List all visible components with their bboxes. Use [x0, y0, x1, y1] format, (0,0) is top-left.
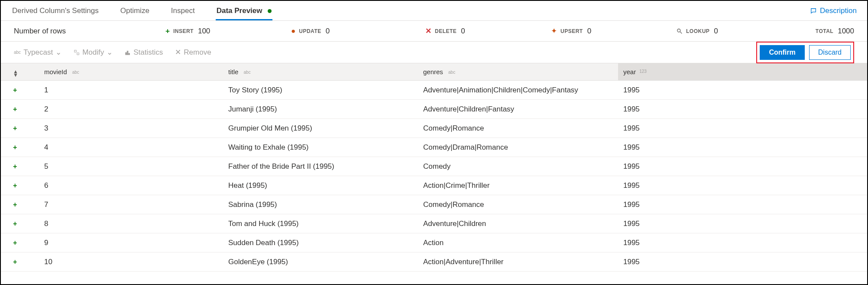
cell-title: Heat (1995) — [228, 181, 423, 190]
svg-rect-4 — [126, 52, 127, 55]
cell-year: 1995 — [618, 176, 867, 195]
stat-lookup-label: LOOKUP — [686, 28, 709, 34]
remove-button[interactable]: ✕ Remove — [175, 48, 211, 57]
row-insert-icon: + — [1, 124, 27, 132]
cell-genres: Comedy|Romance — [423, 200, 618, 209]
cell-genres: Comedy — [423, 162, 618, 171]
modify-button[interactable]: Modify ⌄ — [74, 48, 113, 57]
cell-movieid: 7 — [27, 200, 228, 209]
tab-settings[interactable]: Derived Column's Settings — [11, 2, 100, 20]
cell-title: Grumpier Old Men (1995) — [228, 124, 423, 133]
col-title-label: title — [228, 68, 238, 75]
col-title-type: abc — [244, 70, 251, 75]
svg-rect-2 — [74, 50, 76, 52]
table-row[interactable]: +7Sabrina (1995)Comedy|Romance1995 — [1, 195, 867, 214]
stat-total-value: 1000 — [838, 27, 854, 36]
stat-update-label: UPDATE — [299, 28, 321, 34]
stat-upsert: ✦ UPSERT 0 — [551, 26, 677, 36]
cell-title: Toy Story (1995) — [228, 86, 423, 95]
stat-lookup-value: 0 — [714, 27, 718, 36]
col-genres-label: genres — [423, 68, 443, 75]
stat-insert: + INSERT 100 — [165, 27, 291, 36]
chart-icon — [125, 49, 131, 56]
table-row[interactable]: +2Jumanji (1995)Adventure|Children|Fanta… — [1, 100, 867, 119]
table-row[interactable]: +4Waiting to Exhale (1995)Comedy|Drama|R… — [1, 138, 867, 157]
stat-total: TOTAL 1000 — [816, 27, 854, 36]
stat-total-label: TOTAL — [816, 28, 833, 34]
description-link[interactable]: Description — [810, 7, 857, 15]
search-icon — [677, 28, 683, 34]
cell-movieid: 1 — [27, 86, 228, 95]
col-genres-type: abc — [448, 70, 455, 75]
cell-movieid: 10 — [27, 258, 228, 266]
cell-genres: Action — [423, 239, 618, 247]
status-dot-icon — [268, 9, 272, 13]
table-row[interactable]: +1Toy Story (1995)Adventure|Animation|Ch… — [1, 81, 867, 100]
row-insert-icon: + — [1, 182, 27, 190]
sort-column[interactable]: ▲▼ — [1, 67, 27, 77]
dot-icon: ● — [291, 27, 295, 36]
chevron-down-icon: ⌄ — [55, 48, 62, 57]
cell-year: 1995 — [618, 252, 867, 271]
tab-optimize[interactable]: Optimize — [120, 2, 150, 20]
table-row[interactable]: +3Grumpier Old Men (1995)Comedy|Romance1… — [1, 119, 867, 138]
cell-year: 1995 — [618, 214, 867, 233]
table-row[interactable]: +5Father of the Bride Part II (1995)Come… — [1, 157, 867, 176]
stat-insert-label: INSERT — [173, 28, 194, 34]
cell-title: Tom and Huck (1995) — [228, 219, 423, 228]
cell-title: Waiting to Exhale (1995) — [228, 143, 423, 152]
svg-rect-6 — [129, 53, 130, 55]
typecast-label: Typecast — [23, 48, 53, 57]
statistics-label: Statistics — [133, 48, 163, 57]
cell-genres: Action|Adventure|Thriller — [423, 258, 618, 266]
stat-upsert-value: 0 — [587, 27, 591, 36]
stat-upsert-label: UPSERT — [560, 28, 583, 34]
cell-year: 1995 — [618, 233, 867, 252]
stat-update: ● UPDATE 0 — [291, 27, 425, 36]
table-row[interactable]: +8Tom and Huck (1995)Adventure|Children1… — [1, 214, 867, 233]
row-insert-icon: + — [1, 144, 27, 151]
column-header-title[interactable]: title abc — [228, 68, 423, 75]
row-insert-icon: + — [1, 86, 27, 94]
plus-icon: + — [165, 27, 170, 36]
grid-header: ▲▼ movieId abc title abc genres abc year… — [1, 63, 867, 81]
svg-rect-3 — [77, 52, 79, 54]
table-row[interactable]: +10GoldenEye (1995)Action|Adventure|Thri… — [1, 252, 867, 272]
column-header-year[interactable]: year 123 — [618, 63, 867, 80]
sort-icon: ▲▼ — [13, 70, 18, 77]
cell-genres: Adventure|Animation|Children|Comedy|Fant… — [423, 86, 618, 95]
cell-title: Sudden Death (1995) — [228, 239, 423, 247]
typecast-button[interactable]: abc Typecast ⌄ — [14, 48, 62, 57]
row-insert-icon: + — [1, 163, 27, 170]
tab-bar: Derived Column's Settings Optimize Inspe… — [1, 1, 867, 21]
col-year-label: year — [623, 68, 636, 75]
cell-title: GoldenEye (1995) — [228, 258, 423, 266]
tab-label: Data Preview — [217, 7, 262, 15]
cell-genres: Adventure|Children|Fantasy — [423, 105, 618, 114]
confirm-button[interactable]: Confirm — [760, 45, 804, 60]
table-row[interactable]: +6Heat (1995)Action|Crime|Thriller1995 — [1, 176, 867, 195]
table-row[interactable]: +9Sudden Death (1995)Action1995 — [1, 233, 867, 252]
col-year-type: 123 — [639, 69, 647, 74]
modify-label: Modify — [82, 48, 104, 57]
cell-genres: Comedy|Drama|Romance — [423, 143, 618, 152]
stat-update-value: 0 — [326, 27, 330, 36]
cell-year: 1995 — [618, 195, 867, 214]
statistics-button[interactable]: Statistics — [125, 48, 163, 57]
discard-button[interactable]: Discard — [809, 45, 851, 60]
modify-icon — [74, 49, 80, 56]
svg-point-0 — [677, 29, 680, 32]
close-icon: ✕ — [175, 48, 181, 57]
column-header-movieid[interactable]: movieId abc — [27, 68, 228, 75]
data-grid: ▲▼ movieId abc title abc genres abc year… — [1, 63, 867, 272]
column-header-genres[interactable]: genres abc — [423, 68, 618, 75]
chevron-down-icon: ⌄ — [107, 48, 113, 57]
tab-data-preview[interactable]: Data Preview — [216, 2, 273, 20]
row-insert-icon: + — [1, 239, 27, 247]
cell-movieid: 4 — [27, 143, 228, 152]
cell-genres: Adventure|Children — [423, 219, 618, 228]
tab-inspect[interactable]: Inspect — [170, 2, 196, 20]
svg-rect-5 — [127, 51, 129, 55]
cell-genres: Action|Crime|Thriller — [423, 181, 618, 190]
cell-title: Father of the Bride Part II (1995) — [228, 162, 423, 171]
